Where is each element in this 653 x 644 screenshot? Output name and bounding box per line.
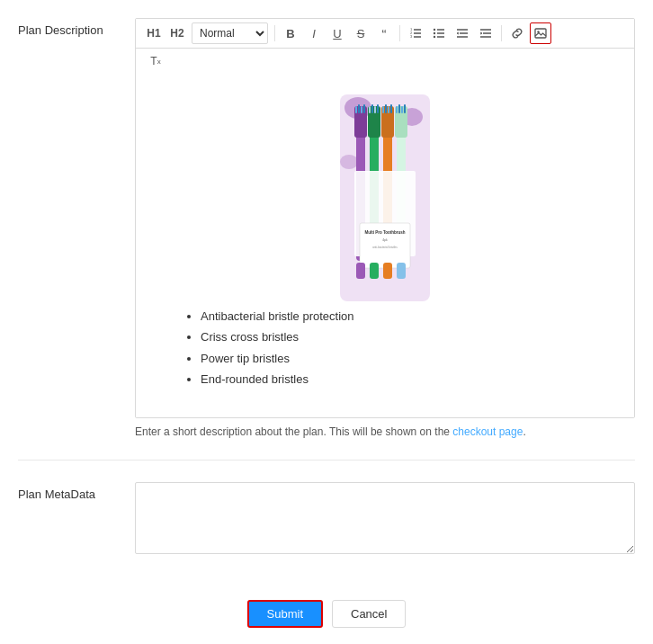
form-actions: Submit Cancel xyxy=(18,600,635,628)
submit-button[interactable]: Submit xyxy=(247,600,323,628)
bold-button[interactable]: B xyxy=(280,22,301,44)
svg-text:anti-bacterial bristles: anti-bacterial bristles xyxy=(372,246,398,249)
link-button[interactable] xyxy=(506,22,528,44)
blockquote-button[interactable]: “ xyxy=(373,22,395,44)
list-item: Power tip bristles xyxy=(201,348,354,369)
ordered-list-icon: 123 xyxy=(409,27,422,40)
plan-metadata-row: Plan MetaData xyxy=(18,482,635,578)
svg-rect-45 xyxy=(398,104,400,113)
product-image: Multi Pro Toothbrush 4pk anti-bacterial … xyxy=(331,90,439,306)
svg-rect-41 xyxy=(390,104,392,113)
indent-increase-button[interactable] xyxy=(475,22,496,44)
editor-body[interactable]: Multi Pro Toothbrush 4pk anti-bacterial … xyxy=(136,76,634,417)
plan-metadata-content xyxy=(135,482,635,557)
heading2-button[interactable]: H2 xyxy=(166,22,188,44)
metadata-textarea[interactable] xyxy=(135,482,635,554)
svg-text:4pk: 4pk xyxy=(382,238,388,242)
svg-point-11 xyxy=(434,36,435,38)
svg-rect-18 xyxy=(535,29,546,38)
svg-rect-53 xyxy=(356,263,365,279)
plan-metadata-label: Plan MetaData xyxy=(18,482,135,501)
svg-rect-38 xyxy=(382,106,384,113)
indent-increase-icon xyxy=(479,27,492,40)
svg-point-9 xyxy=(434,29,435,31)
list-item: Criss cross bristles xyxy=(201,326,354,347)
heading1-button[interactable]: H1 xyxy=(143,22,165,44)
format-select[interactable]: Normal Heading 1 Heading 2 Heading 3 xyxy=(192,22,268,44)
indent-decrease-button[interactable] xyxy=(452,22,473,44)
underline-button[interactable]: U xyxy=(326,22,348,44)
svg-rect-29 xyxy=(363,104,365,113)
helper-text: Enter a short description about the plan… xyxy=(135,425,635,438)
product-bullet-list: Antibacterial bristle protectionCriss cr… xyxy=(186,306,354,390)
helper-highlight: checkout page xyxy=(452,425,523,438)
plan-description-label: Plan Description xyxy=(18,18,135,37)
svg-rect-44 xyxy=(396,106,398,113)
svg-text:Multi Pro Toothbrush: Multi Pro Toothbrush xyxy=(364,230,405,235)
svg-rect-26 xyxy=(355,106,357,113)
plan-description-content: H1 H2 Normal Heading 1 Heading 2 Heading… xyxy=(135,18,635,438)
svg-point-23 xyxy=(340,155,358,169)
svg-point-10 xyxy=(434,32,435,34)
svg-rect-55 xyxy=(383,263,392,279)
toolbar-row2: Tx xyxy=(136,49,634,76)
indent-decrease-icon xyxy=(456,27,469,40)
ordered-list-button[interactable]: 123 xyxy=(405,22,426,44)
strikethrough-button[interactable]: S xyxy=(350,22,371,44)
toolbar-row1: H1 H2 Normal Heading 1 Heading 2 Heading… xyxy=(136,19,634,49)
helper-text-before: Enter a short description about the plan… xyxy=(135,425,452,438)
svg-rect-35 xyxy=(377,104,379,113)
list-item: End-rounded bristles xyxy=(201,369,354,389)
rich-text-editor: H1 H2 Normal Heading 1 Heading 2 Heading… xyxy=(135,18,635,418)
unordered-list-icon xyxy=(433,27,445,40)
svg-rect-56 xyxy=(397,263,406,279)
helper-text-after: . xyxy=(523,425,525,438)
toolbar-separator-3 xyxy=(501,25,502,41)
svg-rect-46 xyxy=(401,106,403,113)
svg-rect-33 xyxy=(371,104,373,113)
svg-rect-54 xyxy=(370,263,379,279)
svg-rect-34 xyxy=(374,106,376,113)
clear-format-button[interactable]: Tx xyxy=(143,50,168,72)
link-icon xyxy=(511,27,523,40)
image-button[interactable] xyxy=(530,22,551,44)
svg-rect-28 xyxy=(361,106,362,113)
plan-description-row: Plan Description H1 H2 Normal Heading 1 … xyxy=(18,18,635,461)
svg-rect-47 xyxy=(404,104,406,113)
toolbar-separator-1 xyxy=(274,25,275,41)
italic-button[interactable]: I xyxy=(303,22,325,44)
unordered-list-button[interactable] xyxy=(428,22,450,44)
svg-rect-32 xyxy=(369,106,371,113)
list-item: Antibacterial bristle protection xyxy=(201,306,354,326)
image-icon xyxy=(534,27,547,40)
svg-rect-27 xyxy=(358,104,360,113)
cancel-button[interactable]: Cancel xyxy=(332,600,406,628)
svg-rect-40 xyxy=(388,106,389,113)
toolbar-separator-2 xyxy=(399,25,400,41)
svg-text:3: 3 xyxy=(410,34,413,39)
svg-rect-39 xyxy=(385,104,387,113)
